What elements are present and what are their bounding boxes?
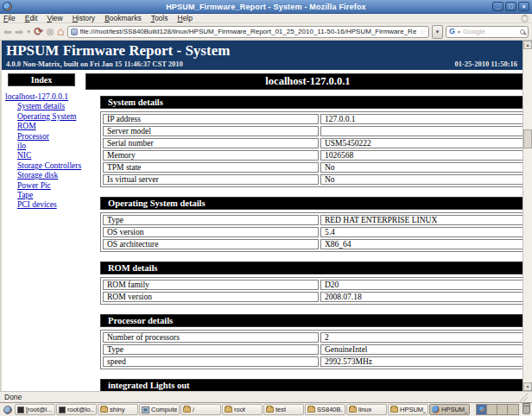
taskbar-window-button[interactable]: [root@l... bbox=[15, 404, 55, 415]
taskbar-window-button[interactable]: root@lo... bbox=[56, 404, 97, 415]
section-header: integrated Lights out bbox=[100, 379, 530, 391]
field-value: D20 bbox=[320, 280, 528, 290]
reload-button[interactable]: ⟳ bbox=[34, 26, 43, 37]
sidebar-link-tape[interactable]: Tape bbox=[2, 191, 86, 200]
workspace-cell[interactable] bbox=[477, 405, 487, 414]
taskbar-window-label: HPSUM_... bbox=[441, 406, 467, 413]
page-scrollbar[interactable]: ▲ ▼ bbox=[522, 41, 532, 391]
minimize-button[interactable]: _ bbox=[492, 2, 504, 11]
taskbar-window-button[interactable]: test bbox=[263, 404, 304, 415]
taskbar-window-label: root@lo... bbox=[67, 406, 94, 413]
scroll-down-icon[interactable]: ▼ bbox=[523, 382, 532, 391]
home-button[interactable]: ⌂ bbox=[57, 26, 64, 37]
field-label: TPM state bbox=[103, 162, 319, 173]
taskbar-window-button[interactable]: root bbox=[222, 404, 263, 415]
browser-launcher-icon bbox=[3, 406, 12, 414]
table-row: TypeRED HAT ENTERPRISE LINUX bbox=[103, 215, 528, 225]
report-title: HPSUM Firmware Report - System bbox=[6, 42, 517, 59]
taskbar-window-button[interactable]: Computer bbox=[139, 404, 180, 415]
taskbar-window-button[interactable]: linux bbox=[346, 404, 387, 415]
section: integrated Lights outNo ilo's found in t… bbox=[100, 379, 530, 391]
sidebar-link-system-details[interactable]: System details bbox=[2, 102, 86, 111]
window-title: HPSUM_Firmware_Report - System - Mozilla… bbox=[0, 3, 532, 11]
sidebar-link-localhost[interactable]: localhost-127.0.0.1 bbox=[2, 92, 86, 102]
search-engine-dropdown-icon[interactable]: ▼ bbox=[457, 29, 461, 35]
field-label: ROM version bbox=[103, 292, 319, 302]
field-label: Memory bbox=[103, 150, 319, 161]
forward-button[interactable]: ➡ bbox=[15, 27, 23, 37]
field-label: Serial number bbox=[103, 138, 319, 148]
search-input[interactable]: Google bbox=[463, 28, 518, 35]
menubar: FileEditViewHistoryBookmarksToolsHelp bbox=[0, 14, 532, 23]
section-header: Operating System details bbox=[100, 197, 530, 210]
sidebar-link-rom[interactable]: ROM bbox=[2, 122, 86, 131]
taskbar-window-button[interactable]: / bbox=[180, 404, 221, 415]
bookmark-star-icon[interactable]: ☆ bbox=[419, 28, 426, 36]
trash-icon[interactable] bbox=[522, 405, 530, 414]
index-header: Index bbox=[8, 73, 75, 86]
menu-tools[interactable]: Tools bbox=[151, 14, 168, 22]
status-text: Done bbox=[4, 393, 22, 401]
stop-button[interactable]: ⊗ bbox=[46, 27, 54, 37]
taskbar-window-label: SS840B... bbox=[317, 406, 343, 413]
sidebar-link-nic[interactable]: NIC bbox=[2, 151, 86, 161]
resize-grip[interactable] bbox=[519, 393, 528, 401]
url-dropdown-button[interactable]: ▼ bbox=[432, 25, 443, 39]
desktop-taskbar: [root@l...root@lo...shinyComputer/rootte… bbox=[0, 402, 532, 416]
section-header: ROM details bbox=[100, 262, 530, 274]
scrollbar-thumb[interactable] bbox=[523, 129, 532, 148]
taskbar-window-button[interactable]: SS840B... bbox=[305, 404, 345, 415]
close-button[interactable]: × bbox=[518, 2, 529, 11]
sidebar-link-storage-disk[interactable]: Storage disk bbox=[2, 171, 86, 180]
workspace-cell[interactable] bbox=[497, 405, 508, 414]
maximize-button[interactable]: □ bbox=[505, 2, 516, 11]
table-row: Serial numberUSM5450222 bbox=[103, 138, 528, 148]
app-launcher-button[interactable] bbox=[2, 404, 14, 415]
folder-icon bbox=[307, 407, 315, 413]
sidebar-link-storage-controllers[interactable]: Storage Controllers bbox=[2, 161, 86, 171]
url-bar[interactable]: file:///root/test/SS840Build128/linux/HP… bbox=[67, 26, 429, 38]
folder-icon bbox=[183, 407, 191, 413]
menu-bookmarks[interactable]: Bookmarks bbox=[104, 14, 142, 22]
folder-icon bbox=[390, 407, 398, 413]
taskbar-window-button[interactable]: HPSUM_... bbox=[388, 404, 428, 415]
field-value: 2008.07.18 bbox=[320, 292, 528, 302]
table-row: OS version5.4 bbox=[103, 227, 528, 237]
sidebar-link-processor[interactable]: Processor bbox=[2, 132, 86, 142]
menu-edit[interactable]: Edit bbox=[25, 14, 38, 22]
sidebar-link-ilo[interactable]: ilo bbox=[2, 142, 86, 151]
search-box[interactable]: G ▼ Google bbox=[446, 26, 529, 38]
field-value bbox=[320, 126, 528, 136]
menu-history[interactable]: History bbox=[73, 14, 95, 22]
scrollbar-track[interactable] bbox=[523, 49, 532, 382]
folder-icon bbox=[349, 407, 357, 413]
table-row: OS architectureX86_64 bbox=[103, 239, 528, 249]
firefox-icon bbox=[432, 406, 440, 413]
search-icon[interactable] bbox=[520, 29, 525, 35]
scroll-up-icon[interactable]: ▲ bbox=[523, 41, 532, 49]
google-engine-icon[interactable]: G bbox=[449, 28, 455, 35]
workspace-cell[interactable] bbox=[487, 405, 497, 414]
taskbar-window-button[interactable]: shiny bbox=[98, 404, 138, 415]
sidebar-link-power-pic[interactable]: Power Pic bbox=[2, 181, 86, 191]
menu-view[interactable]: View bbox=[47, 14, 62, 22]
window-titlebar[interactable]: HPSUM_Firmware_Report - System - Mozilla… bbox=[0, 0, 532, 14]
field-value: 2992.573MHz bbox=[320, 356, 528, 367]
table-row: TPM stateNo bbox=[103, 162, 528, 173]
url-text[interactable]: file:///root/test/SS840Build128/linux/HP… bbox=[80, 28, 416, 35]
menu-help[interactable]: Help bbox=[177, 14, 192, 22]
workspace-cell[interactable] bbox=[508, 405, 518, 414]
sidebar-link-pci-devices[interactable]: PCI devices bbox=[2, 200, 86, 210]
table-row: ROM version2008.07.18 bbox=[103, 292, 528, 302]
field-value: 2 bbox=[320, 332, 528, 343]
browser-content: HPSUM Firmware Report - System 4.0.0 Non… bbox=[0, 41, 532, 391]
sidebar-link-operating-system[interactable]: Operating System bbox=[2, 112, 86, 122]
taskbar-window-button[interactable]: HPSUM_... bbox=[429, 404, 470, 415]
workspace-switcher[interactable] bbox=[476, 404, 519, 415]
history-dropdown-icon[interactable]: ▼ bbox=[26, 29, 31, 35]
menu-file[interactable]: File bbox=[3, 14, 16, 22]
field-value: 5.4 bbox=[320, 227, 528, 237]
folder-icon bbox=[225, 407, 232, 413]
back-button[interactable]: ⬅ bbox=[3, 27, 12, 37]
table-row: Is virtual serverNo bbox=[103, 174, 528, 185]
